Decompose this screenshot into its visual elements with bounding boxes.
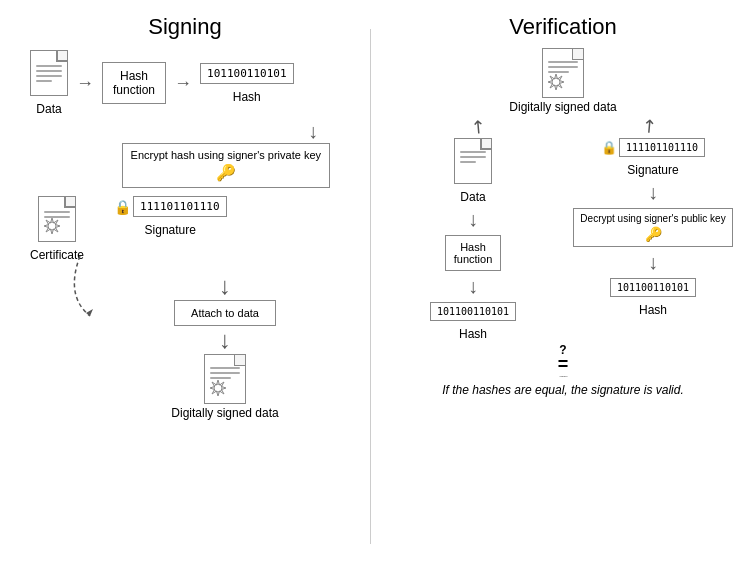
dashed-curve-arrow <box>60 246 140 326</box>
hash-function-box-signing: Hashfunction <box>102 62 166 104</box>
attach-box: Attach to data <box>174 300 276 326</box>
data-label: Data <box>36 102 61 116</box>
encrypt-box: Encrypt hash using signer's private key … <box>122 143 330 188</box>
hash-left: 101100110101 Hash <box>430 302 516 341</box>
hash-left-value: 101100110101 <box>430 302 516 321</box>
svg-point-1 <box>48 222 56 230</box>
equal-sign: = <box>558 357 569 371</box>
verification-title: Verification <box>381 14 745 40</box>
branch-arrows: ↙ ↘ <box>381 118 745 136</box>
decrypt-box: Decrypt using signer's public key 🔑 <box>573 208 732 247</box>
svg-marker-3 <box>210 380 226 396</box>
signature-value-v: 111101101110 <box>619 138 705 157</box>
arrow-down-hashfn-v: ↓ <box>468 208 478 231</box>
hash-right-value: 101100110101 <box>610 278 696 297</box>
arrow-down-to-attach: ↓ <box>219 272 231 300</box>
arrow-to-hash: → <box>174 73 192 94</box>
hash-right-label: Hash <box>639 303 667 317</box>
hash-left-label: Hash <box>459 327 487 341</box>
data-branch: Data ↓ Hashfunction ↓ 101100110101 Hash <box>387 138 559 341</box>
hash-function-label-signing: Hashfunction <box>113 69 155 97</box>
signed-doc-icon-verification <box>542 48 584 98</box>
hash-function-box-v: Hashfunction <box>445 235 502 271</box>
hash-value-signing: 101100110101 <box>200 63 293 84</box>
certificate-icon <box>38 196 76 242</box>
signing-panel: Signing Data → Hashf <box>0 0 370 573</box>
arrow-down-to-signed: ↓ <box>219 326 231 354</box>
data-doc-icon <box>30 50 68 96</box>
signature-label-v: Signature <box>627 163 678 177</box>
hash-right: 101100110101 Hash <box>610 278 696 317</box>
equal-underline: ___ <box>559 371 566 377</box>
hash-label-signing: Hash <box>233 90 261 104</box>
arrow-down-hash-right-v: ↓ <box>648 251 658 274</box>
signing-title: Signing <box>10 14 360 40</box>
conclusion-text: If the hashes are equal, the signature i… <box>381 383 745 397</box>
svg-point-4 <box>214 384 222 392</box>
lock-icon-signing: 🔒 <box>114 199 131 215</box>
lock-icon-v: 🔒 <box>601 140 617 155</box>
equal-comparison: ? = ___ <box>558 343 569 377</box>
signature-label-signing: Signature <box>145 223 196 237</box>
arrow-down-decrypt-v: ↓ <box>648 181 658 204</box>
signing-data-doc: Data <box>30 50 68 116</box>
data-doc-icon-v <box>454 138 492 184</box>
arrow-branch-right: ↘ <box>637 115 660 138</box>
arrow-down-hash-v: ↓ <box>468 275 478 298</box>
arrow-down-to-encrypt: ↓ <box>308 120 318 143</box>
signing-hash: 101100110101 Hash <box>200 63 293 104</box>
attach-label: Attach to data <box>191 307 259 319</box>
hash-function-label-v: Hashfunction <box>454 241 493 265</box>
signed-data-label-verification: Digitally signed data <box>509 100 616 114</box>
arrow-to-hashfn: → <box>76 73 94 94</box>
svg-marker-2 <box>86 309 93 316</box>
signing-signature: 🔒 111101101110 Signature <box>114 196 226 237</box>
svg-marker-0 <box>44 218 60 234</box>
encrypt-label: Encrypt hash using signer's private key <box>131 149 321 161</box>
svg-marker-5 <box>548 74 564 90</box>
signed-data-label-signing: Digitally signed data <box>171 406 278 420</box>
cert-seal <box>43 217 61 238</box>
main-container: Signing Data → Hashf <box>0 0 755 573</box>
signed-doc-icon-signing <box>204 354 246 404</box>
comparison-row: ? = ___ <box>381 343 745 377</box>
verification-panel: Verification Digitally signed data <box>371 0 755 573</box>
verification-data-doc: Data <box>454 138 492 204</box>
arrow-branch-left: ↙ <box>465 115 488 138</box>
svg-point-6 <box>552 78 560 86</box>
verification-input: Digitally signed data <box>381 48 745 114</box>
data-label-v: Data <box>460 190 485 204</box>
signing-result: Digitally signed data <box>90 354 360 420</box>
verification-signature: 🔒 111101101110 Signature <box>601 138 705 177</box>
decrypt-label: Decrypt using signer's public key <box>580 213 725 224</box>
signature-value-signing: 111101101110 <box>133 196 226 217</box>
key-icon-signing: 🔑 <box>131 163 321 182</box>
key-icon-v: 🔑 <box>580 226 725 242</box>
signature-branch: 🔒 111101101110 Signature ↓ Decrypt using… <box>567 138 739 341</box>
